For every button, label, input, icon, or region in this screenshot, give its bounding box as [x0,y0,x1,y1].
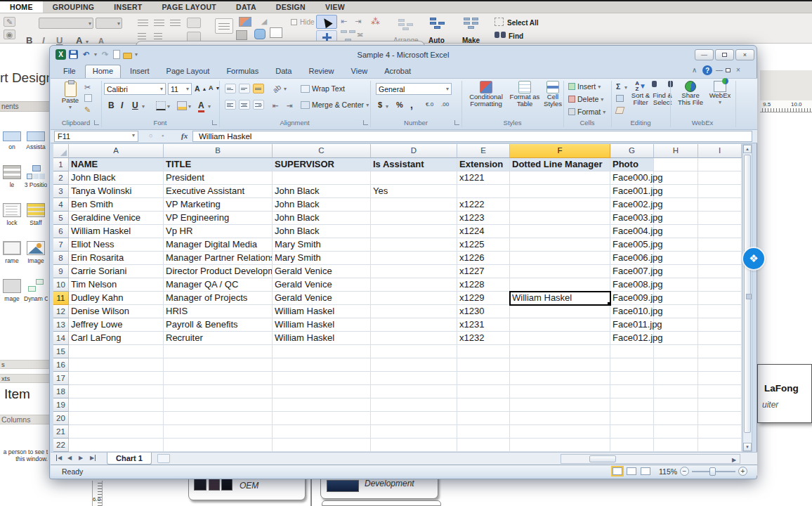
formula-input[interactable]: William Haskel [192,131,752,142]
shape-item[interactable]: Image [24,228,48,266]
align-right-icon[interactable] [253,100,264,110]
cell-G18[interactable] [610,385,654,398]
shape-item[interactable]: rame [0,228,24,266]
column-header-H[interactable]: H [654,144,698,158]
cell-A7[interactable]: Elliot Ness [69,238,164,252]
sheet-tab-chart1[interactable]: Chart 1 [107,453,152,465]
cell-I3[interactable] [698,185,742,198]
cell-A17[interactable] [69,372,164,385]
cell-E14[interactable]: x1232 [457,332,510,345]
cell-C17[interactable] [273,372,371,385]
cell-E4[interactable]: x1222 [457,198,510,212]
row-header-19[interactable]: 19 [53,398,69,412]
prev-sheet-icon[interactable]: ◀ [67,455,72,461]
vertical-scrollbar[interactable]: ▲ ▼ [742,144,752,452]
cell-E2[interactable]: x1221 [457,171,510,185]
cell-C11[interactable]: Gerald Venice [273,292,371,305]
shape-item[interactable]: 3 Positio [24,152,48,190]
cell-I13[interactable] [698,318,742,332]
cell-G8[interactable]: Face006.jpg [610,252,654,265]
name-box[interactable]: F11▾ [54,131,138,142]
cell-I22[interactable] [698,439,742,452]
align-middle-icon[interactable] [154,20,164,26]
shrink-font-button[interactable]: A▼ [209,84,220,91]
cell-G3[interactable]: Face001.jpg [610,185,654,198]
vertical-scroll-thumb[interactable] [744,155,751,433]
shape-item[interactable]: lock [0,190,24,228]
wrap-text-button[interactable]: Wrap Text [301,84,345,93]
font-size-select[interactable]: 11▾ [168,83,192,95]
cell-B4[interactable]: VP Marketing [164,198,273,212]
app-tab[interactable]: GROUPING [43,1,105,13]
cell-F6[interactable] [510,225,610,238]
clipboard-dialog-launcher[interactable] [94,120,99,125]
cell-F19[interactable] [510,398,610,412]
cell-C5[interactable]: John Black [273,212,371,225]
cell-G5[interactable]: Face003.jpg [610,212,654,225]
align-left-icon[interactable] [225,100,236,110]
next-sheet-icon[interactable]: ▶ [79,455,83,461]
cell-I9[interactable] [698,265,742,278]
format-painter-icon[interactable]: ✎ [4,17,15,27]
make-button[interactable]: Make [462,37,480,44]
cell-I4[interactable] [698,198,742,212]
orientation-caret-icon[interactable]: ▾ [284,86,287,92]
cell-F16[interactable] [510,358,610,372]
column-header-E[interactable]: E [457,144,510,158]
cell-F17[interactable] [510,372,610,385]
cell-B2[interactable]: President [164,171,273,185]
cell-B18[interactable] [164,385,273,398]
scroll-up-icon[interactable]: ▲ [743,145,752,153]
alignment-dialog-launcher[interactable] [363,120,368,125]
cell-C16[interactable] [273,358,371,372]
row-header-12[interactable]: 12 [53,305,69,318]
cell-B21[interactable] [164,425,273,439]
excel-titlebar[interactable]: X ↶ ▾ ↷ ▾ Sample 4 - Microsoft Excel — × [50,46,757,64]
select-all-button[interactable]: Select All [507,19,539,27]
cell-C7[interactable]: Mary Smith [273,238,371,252]
cell-I17[interactable] [698,372,742,385]
cell-F2[interactable] [510,171,610,185]
cell-I15[interactable] [698,345,742,358]
properties-icon[interactable] [215,18,233,34]
cell-E5[interactable]: x1223 [457,212,510,225]
insert-worksheet-tab[interactable] [157,454,170,463]
app-tab[interactable]: PAGE LAYOUT [152,1,226,13]
cell-E15[interactable] [457,345,510,358]
cell-B19[interactable] [164,398,273,412]
row-header-16[interactable]: 16 [53,358,69,372]
cell-C13[interactable]: William Haskel [273,318,371,332]
cell-A18[interactable] [69,385,164,398]
cell-H15[interactable] [654,345,698,358]
clear-button-icon[interactable] [615,107,625,114]
cell-A21[interactable] [69,425,164,439]
row-header-15[interactable]: 15 [53,345,69,358]
column-header-F[interactable]: F [510,144,610,158]
cell-C19[interactable] [273,398,371,412]
ribbon-tab[interactable]: Page Layout [159,65,218,78]
rounded-shape-icon[interactable] [254,29,266,39]
cell-E7[interactable]: x1225 [457,238,510,252]
cell-H21[interactable] [654,425,698,439]
cell-B6[interactable]: Vp HR [164,225,273,238]
cell-A20[interactable] [69,412,164,425]
row-header-18[interactable]: 18 [53,385,69,398]
increase-indent-icon[interactable]: ⇥ [287,101,293,110]
minimize-button[interactable]: — [695,49,714,60]
first-sheet-icon[interactable]: ◀ [56,455,62,461]
workbook-minimize-icon[interactable]: — [716,66,723,74]
cell-F1[interactable]: Dotted Line Manager [510,158,610,171]
select-all-corner[interactable] [53,144,69,158]
scroll-right-icon[interactable]: ▶ [732,457,736,463]
row-header-17[interactable]: 17 [53,372,69,385]
cell-A22[interactable] [69,439,164,452]
font-color-button[interactable]: A [198,100,204,112]
cell-B7[interactable]: Manager Digital Media [164,238,273,252]
insert-cells-button[interactable]: Insert▾ [568,82,601,91]
align-bottom-icon[interactable] [253,84,264,93]
cell-G9[interactable]: Face007.jpg [610,265,654,278]
shape-fill-icon[interactable] [239,17,251,27]
cell-A12[interactable]: Denise Wilson [69,305,164,318]
row-header-9[interactable]: 9 [53,265,69,278]
row-header-10[interactable]: 10 [53,278,69,292]
